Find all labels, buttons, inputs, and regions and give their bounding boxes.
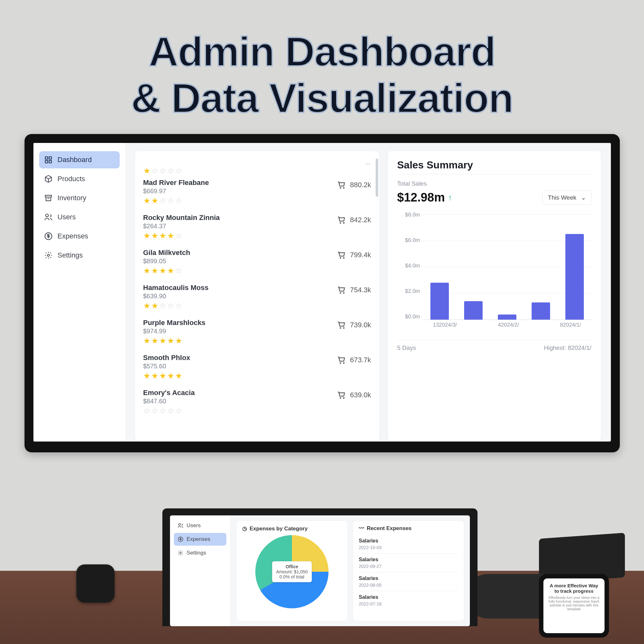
hero-heading: Admin Dashboard & Data Visualization (0, 0, 644, 134)
star-icon: ★ (167, 371, 175, 380)
product-row[interactable]: Rocky Mountain Zinnia $264.37 ★★★★☆ 842.… (143, 214, 371, 244)
rating-stars: ★★☆☆☆ (143, 301, 209, 310)
chart-bar[interactable] (565, 234, 584, 320)
product-name: Hamatocaulis Moss (143, 284, 209, 292)
gear-icon (44, 251, 53, 259)
sidebar-item-settings[interactable]: Settings (39, 247, 120, 264)
laptop-sidebar-item-settings[interactable]: Settings (174, 547, 226, 559)
star-icon: ★ (151, 336, 159, 345)
recent-expense-row[interactable]: Salaries2022-10-03 (359, 535, 458, 553)
chart-bar[interactable] (430, 283, 449, 320)
phone-screen: A more Effective Way to track progress E… (543, 578, 605, 633)
lap-sidebar-label: Expenses (187, 536, 210, 542)
product-row[interactable]: Emory's Acacia $847.60 ☆☆☆☆☆ 639.0k (143, 389, 371, 419)
monitor-frame: DashboardProductsInventoryUsersExpensesS… (25, 134, 620, 452)
chart-bar[interactable] (532, 302, 550, 320)
sidebar-label: Settings (58, 251, 83, 259)
recent-expense-row[interactable]: Salaries2022-08-05 (359, 572, 458, 591)
rating-stars: ★☆☆☆☆ (143, 166, 371, 175)
rating-stars: ☆☆☆☆☆ (143, 406, 195, 415)
top-products-card: ‥ ★☆☆☆☆ Mad River Fleabane $669.97 ★★☆☆☆… (135, 151, 380, 442)
chart-bar[interactable] (464, 301, 483, 320)
y-tick: $2.0m (397, 288, 420, 294)
rating-stars: ★★★★☆ (143, 231, 220, 240)
sidebar-item-dashboard[interactable]: Dashboard (39, 151, 120, 168)
star-icon: ★ (159, 266, 167, 275)
sidebar-item-products[interactable]: Products (39, 170, 120, 188)
star-icon: ☆ (175, 196, 183, 205)
timeframe-dropdown[interactable]: This Week ⌄ (542, 190, 591, 205)
star-icon: ★ (143, 371, 151, 380)
laptop-frame: UsersExpensesSettings ◷ Expenses by Cate… (162, 508, 478, 626)
product-row[interactable]: Purple Marshlocks $974.99 ★★★★★ 739.0k (143, 319, 371, 349)
recent-expense-row[interactable]: Salaries2022-07-18 (359, 591, 458, 610)
sidebar-label: Inventory (58, 194, 87, 202)
product-row[interactable]: Smooth Phlox $575.60 ★★★★★ 673.7k (143, 354, 371, 384)
expense-date: 2022-07-18 (359, 601, 458, 606)
star-icon: ★ (159, 336, 167, 345)
product-count: 739.0k (350, 321, 371, 329)
rating-stars: ★★★★★ (143, 336, 206, 345)
star-icon: ☆ (167, 301, 175, 310)
expenses-pie-chart: Office Amount: $1,050 0.0% of total (255, 535, 329, 608)
recent-expense-row[interactable]: Salaries2022-09-27 (359, 553, 458, 572)
recent-expenses-card: 〰 Recent Expenses Salaries2022-10-03Sala… (353, 520, 464, 621)
expense-name: Salaries (359, 594, 458, 600)
star-icon: ☆ (151, 166, 159, 175)
star-icon: ★ (159, 231, 167, 240)
star-icon: ★ (143, 196, 151, 205)
product-name: Gila Milkvetch (143, 249, 190, 257)
product-name: Mad River Fleabane (143, 179, 209, 187)
laptop-sidebar-item-users[interactable]: Users (174, 519, 226, 532)
star-icon: ★ (143, 266, 151, 275)
star-icon: ★ (167, 231, 175, 240)
sidebar-label: Expenses (58, 232, 88, 240)
scrollbar-thumb[interactable] (376, 159, 378, 197)
star-icon: ★ (151, 196, 159, 205)
card-more-icon[interactable]: ‥ (143, 158, 371, 166)
expenses-by-category-card: ◷ Expenses by Category Office Amount: $1… (236, 520, 348, 621)
grid-icon (44, 156, 53, 164)
chart-bar[interactable] (498, 315, 516, 320)
x-tick: 82024/1/ (560, 322, 581, 333)
sidebar-item-users[interactable]: Users (39, 209, 120, 226)
y-tick: $0.0m (397, 314, 420, 320)
sidebar-item-inventory[interactable]: Inventory (39, 189, 120, 207)
product-row[interactable]: Hamatocaulis Moss $639.90 ★★☆☆☆ 754.3k (143, 284, 371, 314)
cart-icon (337, 321, 346, 329)
product-row[interactable]: Gila Milkvetch $899.05 ★★★★☆ 799.4k (143, 249, 371, 279)
star-icon: ★ (175, 371, 183, 380)
dropdown-label: This Week (548, 194, 576, 201)
y-tick: $6.0m (397, 237, 420, 244)
star-icon: ★ (151, 231, 159, 240)
rating-stars: ★★★★☆ (143, 266, 190, 275)
star-icon: ☆ (175, 166, 183, 175)
chevron-down-icon: ⌄ (581, 194, 586, 201)
laptop-sidebar: UsersExpensesSettings (170, 515, 230, 626)
star-icon: ★ (167, 336, 175, 345)
product-row[interactable]: Mad River Fleabane $669.97 ★★☆☆☆ 880.2k (143, 179, 371, 209)
desk-scene: UsersExpensesSettings ◷ Expenses by Cate… (0, 504, 644, 644)
trend-icon: 〰 (359, 525, 364, 532)
product-count: 842.2k (350, 216, 371, 224)
product-price: $669.97 (143, 188, 209, 195)
tooltip-pct: 0.0% of total (276, 574, 308, 579)
product-name: Emory's Acacia (143, 389, 195, 397)
laptop-sidebar-item-expenses[interactable]: Expenses (174, 533, 226, 546)
cart-icon (337, 356, 346, 364)
expense-name: Salaries (359, 557, 458, 563)
product-price: $264.37 (143, 223, 220, 230)
star-icon: ☆ (167, 406, 175, 415)
dollar-icon (44, 232, 53, 240)
sidebar-item-expenses[interactable]: Expenses (39, 228, 120, 245)
star-icon: ☆ (175, 231, 183, 240)
star-icon: ☆ (159, 166, 167, 175)
product-price: $847.60 (143, 398, 195, 405)
dollar-icon (178, 536, 183, 542)
sales-amount-value: $12.98m (397, 191, 445, 204)
lap-sidebar-label: Settings (187, 550, 206, 556)
cart-icon (337, 286, 346, 294)
star-icon: ☆ (159, 196, 167, 205)
divider (397, 174, 591, 174)
pie-tooltip: Office Amount: $1,050 0.0% of total (272, 561, 312, 582)
